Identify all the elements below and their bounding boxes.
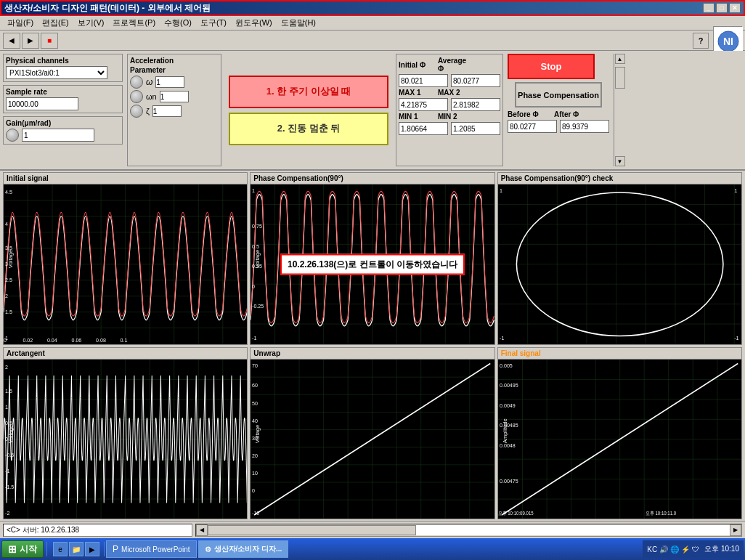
scroll-up-btn[interactable]: ▲: [615, 54, 625, 64]
menu-tools[interactable]: 도구(T): [196, 16, 231, 30]
title-text: 생산자/소비자 디자인 패턴(데이터) - 외부에서 제어됨: [4, 2, 211, 15]
after-phi-label: After Φ: [554, 110, 598, 118]
zeta-label: ζ: [146, 107, 150, 115]
svg-text:Voltage: Voltage: [7, 250, 14, 269]
scroll-handle[interactable]: [208, 525, 417, 535]
phi-values-box: Initial Φ Average Φ MAX 1 MAX 2 MIN 1: [396, 54, 503, 166]
folder-icon[interactable]: 📁: [69, 542, 84, 556]
scroll-down-btn[interactable]: ▼: [615, 156, 625, 166]
menu-project[interactable]: 프로젝트(P): [108, 16, 160, 30]
start-button[interactable]: ⊞ 시작: [1, 540, 44, 558]
svg-text:0.00495: 0.00495: [500, 382, 518, 389]
menu-window[interactable]: 윈도우(W): [231, 16, 277, 30]
menu-help[interactable]: 도움말(H): [277, 16, 320, 30]
max1-input[interactable]: [399, 98, 448, 111]
menu-file[interactable]: 파일(F): [3, 16, 38, 30]
omega-n-knob[interactable]: [130, 90, 143, 103]
phase-check-chart: Phase Compensation(90°) check: [497, 172, 742, 345]
final-signal-chart: Final signal: [497, 347, 742, 520]
phase-comp-button[interactable]: Phase Compensation: [515, 82, 602, 107]
svg-text:0.04: 0.04: [47, 337, 57, 344]
svg-text:0.005: 0.005: [500, 362, 513, 368]
svg-text:NI: NI: [723, 36, 733, 47]
phase-comp-title: Phase Compensation(90°): [251, 173, 494, 184]
min2-label: MIN 2: [438, 113, 474, 121]
close-button[interactable]: ✕: [729, 3, 741, 13]
taskbar-right: KC 🔊 🌐 ⚡ 🛡 오후 10:10: [643, 540, 744, 558]
svg-text:10: 10: [252, 469, 258, 476]
arctangent-chart: Arctangent: [3, 347, 248, 520]
right-controls-group: Stop Phase Compensation Before Φ After Φ: [508, 54, 609, 166]
zeta-knob[interactable]: [130, 105, 143, 118]
svg-text:0.08: 0.08: [96, 337, 106, 344]
toolbar-stop[interactable]: ■: [41, 33, 58, 49]
svg-text:20: 20: [252, 452, 258, 458]
svg-text:1: 1: [500, 187, 502, 194]
channel-select[interactable]: PXI1Slot3/ai0:1: [6, 66, 107, 79]
physical-channels-label: Physical channels: [6, 57, 120, 65]
menu-run[interactable]: 수행(O): [160, 16, 196, 30]
taskbar-item-powerpoint[interactable]: P Microsoft PowerPoint: [106, 540, 197, 558]
scroll-left-btn[interactable]: ◀: [196, 524, 208, 536]
phase-comp-body: 1 0.75 0.5 0.25 0 -0.25 -1 Voltage 0 0.0…: [251, 184, 494, 344]
action-button-2[interactable]: 2. 진동 멈춘 뒤: [229, 113, 388, 145]
tray-icon3: ⚡: [681, 545, 690, 553]
zeta-input[interactable]: [152, 105, 182, 117]
average-phi-input[interactable]: [451, 74, 500, 87]
initial-signal-svg: 4.5 4 3.5 3 2.5 2 1.5 1 Voltage 0: [4, 184, 247, 344]
svg-text:Voltage: Voltage: [255, 424, 261, 443]
initial-phi-input[interactable]: [399, 74, 448, 87]
svg-text:4.5: 4.5: [5, 189, 12, 195]
help-button[interactable]: ?: [693, 33, 709, 49]
svg-text:Amplitude: Amplitude: [502, 418, 508, 443]
svg-text:-1: -1: [252, 335, 256, 341]
zeta-row: ζ: [130, 105, 219, 118]
phase-check-title: Phase Compensation(90°) check: [498, 173, 741, 184]
phase-check-svg: 1 -1 1 -1: [498, 184, 741, 344]
svg-text:-1: -1: [5, 467, 9, 474]
menu-edit[interactable]: 편집(E): [38, 16, 73, 30]
sample-rate-input[interactable]: [6, 97, 78, 110]
scroll-right-btn[interactable]: ▶: [730, 524, 741, 536]
omega-input[interactable]: [155, 76, 184, 88]
server-status: <C> 서버: 10.2.26.138: [3, 524, 192, 537]
svg-text:2: 2: [5, 363, 8, 370]
scroll-track[interactable]: [208, 525, 730, 535]
max2-label: MAX 2: [438, 89, 474, 97]
omega-n-input[interactable]: [160, 91, 189, 102]
minimize-button[interactable]: _: [703, 3, 715, 13]
after-phi-input[interactable]: [560, 120, 609, 133]
sys-tray: KC 🔊 🌐 ⚡ 🛡 오후 10:10: [643, 540, 744, 558]
omega-n-row: ωn: [130, 90, 219, 103]
min1-input[interactable]: [399, 122, 448, 135]
before-after-values: [508, 120, 609, 133]
clock: 오후 10:10: [704, 544, 739, 554]
vertical-scrollbar[interactable]: ▲ ▼: [614, 54, 625, 166]
maximize-button[interactable]: □: [716, 3, 728, 13]
stop-button[interactable]: Stop: [508, 54, 595, 79]
max1-label: MAX 1: [399, 89, 435, 97]
media-icon[interactable]: ▶: [85, 542, 99, 556]
toolbar-back[interactable]: ◀: [3, 33, 20, 49]
tray-icon4: 🛡: [692, 545, 699, 553]
start-label: 시작: [20, 543, 37, 556]
phase-check-body: 1 -1 1 -1: [498, 184, 741, 344]
ie-icon[interactable]: e: [53, 542, 68, 556]
toolbar-forward[interactable]: ▶: [22, 33, 39, 49]
svg-text:-2: -2: [5, 509, 9, 516]
menu-view[interactable]: 보기(V): [73, 16, 109, 30]
gain-knob[interactable]: [6, 129, 19, 142]
before-phi-label: Before Φ: [508, 110, 551, 118]
horizontal-scrollbar[interactable]: ◀ ▶: [195, 524, 743, 537]
omega-knob[interactable]: [130, 76, 143, 89]
app-label: 생산자/소비자 디자...: [214, 544, 282, 554]
min2-input[interactable]: [451, 122, 500, 135]
max2-input[interactable]: [451, 98, 500, 111]
arctangent-body: 2 1.5 1 0.5 0 -0.5 -1 -1.5 -2 Voltage 0 …: [4, 360, 247, 519]
taskbar-item-app[interactable]: ⚙ 생산자/소비자 디자...: [198, 540, 289, 558]
svg-text:1: 1: [734, 187, 737, 194]
before-phi-input[interactable]: [508, 120, 557, 133]
scroll-thumb[interactable]: [615, 67, 625, 89]
action-button-1[interactable]: 1. 한 주기 이상일 때: [229, 76, 388, 108]
gain-input[interactable]: [22, 129, 94, 142]
